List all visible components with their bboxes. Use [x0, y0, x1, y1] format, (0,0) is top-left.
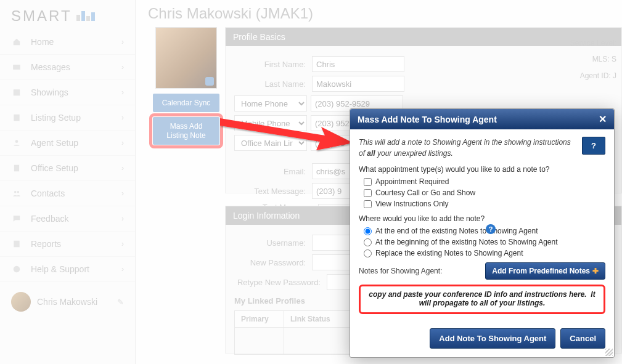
nav-item-office-setup[interactable]: Office Setup›	[0, 156, 135, 181]
edit-icon[interactable]: ✎	[117, 297, 124, 307]
view-instructions-checkbox[interactable]	[364, 200, 372, 208]
modal-title: Mass Add Note To Showing Agent	[358, 115, 599, 124]
caret-icon: ›	[121, 38, 124, 46]
home-phone-type-select[interactable]: Home Phone	[234, 95, 307, 111]
email-label: Email:	[234, 167, 312, 176]
office-phone-type-select[interactable]: Office Main Line	[234, 135, 307, 151]
mls-label: MLS:	[592, 55, 610, 63]
notes-for-agent-label: Notes for Showing Agent:	[359, 267, 442, 275]
svg-rect-7	[14, 241, 19, 248]
caret-icon: ›	[121, 265, 124, 273]
col-primary: Primary	[235, 311, 284, 328]
where-beginning-label: At the beginning of the existing Notes t…	[375, 238, 558, 246]
modal-body: ? This will add a note to Showing Agent …	[350, 129, 614, 323]
add-note-button[interactable]: Add Note To Showing Agent	[430, 328, 555, 349]
user-gear-icon	[11, 139, 22, 147]
listing-icon	[11, 113, 22, 122]
caret-icon: ›	[121, 240, 124, 248]
people-icon	[11, 189, 22, 198]
building-gear-icon	[11, 164, 22, 172]
where-add-question: Where would you like to add the note?	[359, 214, 605, 223]
nav-item-contacts[interactable]: Contacts›	[0, 181, 135, 206]
nav-item-help[interactable]: Help & Support›	[0, 257, 135, 282]
home-icon	[11, 38, 22, 46]
caret-icon: ›	[121, 113, 124, 122]
appt-required-checkbox[interactable]	[364, 178, 372, 186]
appt-required-label: Appointment Required	[375, 177, 449, 186]
current-user-row[interactable]: Chris Makowski ✎	[0, 286, 135, 318]
plus-icon: ✚	[592, 267, 599, 275]
nav-item-messages[interactable]: Messages›	[0, 55, 135, 80]
help-icon	[11, 265, 22, 273]
svg-point-3	[15, 140, 18, 143]
avatar	[11, 292, 31, 312]
appointment-types-question: What appointment type(s) would you like …	[359, 165, 605, 174]
mail-icon	[11, 63, 22, 71]
where-replace-radio[interactable]	[364, 249, 372, 257]
courtesy-call-label: Courtesy Call or Go and Show	[375, 188, 475, 197]
profile-picture[interactable]	[155, 27, 217, 89]
close-icon[interactable]: ✕	[599, 113, 607, 125]
profile-side-column: Calendar Sync Mass Add Listing Note	[149, 27, 223, 145]
agent-id-value: J	[613, 71, 616, 80]
calendar-icon	[11, 88, 22, 97]
logo-text: SMART	[11, 7, 72, 24]
nav-item-reports[interactable]: Reports›	[0, 232, 135, 257]
modal-footer: Add Note To Showing Agent Cancel	[350, 323, 614, 357]
feedback-icon	[11, 214, 22, 223]
where-beginning-radio[interactable]	[364, 238, 372, 246]
caret-icon: ›	[121, 88, 124, 97]
modal-header[interactable]: Mass Add Note To Showing Agent ✕	[350, 109, 614, 129]
first-name-label: First Name:	[234, 60, 312, 69]
username-label: Username:	[234, 238, 312, 248]
svg-point-5	[14, 191, 17, 193]
nav-label: Help & Support	[31, 264, 121, 274]
panel-header: Profile Basics	[226, 28, 621, 46]
nav-label: Listing Setup	[31, 113, 121, 123]
cancel-button[interactable]: Cancel	[560, 328, 605, 349]
first-name-input[interactable]	[312, 56, 404, 72]
page-title: Chris Makowski (JMAK1)	[136, 0, 622, 27]
svg-rect-0	[13, 65, 20, 70]
resize-grip-icon[interactable]	[605, 349, 613, 356]
sidebar: SMART Home› Messages› Showings› Listing …	[0, 0, 136, 364]
add-from-predefined-button[interactable]: Add From Predefined Notes✚	[485, 262, 605, 280]
nav-list: Home› Messages› Showings› Listing Setup›…	[0, 30, 135, 282]
hint-icon[interactable]: ?	[486, 224, 496, 234]
caret-icon: ›	[121, 139, 124, 147]
logo: SMART	[0, 0, 135, 30]
notes-textarea[interactable]: copy and paste your conference ID info a…	[359, 285, 605, 314]
modal-intro-text: This will add a note to Showing Agent in…	[359, 137, 605, 159]
nav-label: Home	[31, 37, 121, 47]
calendar-sync-button[interactable]: Calendar Sync	[153, 94, 219, 112]
text-message-label: Text Message:	[234, 187, 312, 196]
nav-item-listing-setup[interactable]: Listing Setup›	[0, 105, 135, 131]
nav-item-home[interactable]: Home›	[0, 30, 135, 55]
service-level-label: Service Level:	[570, 35, 616, 51]
where-end-radio[interactable]	[364, 227, 372, 235]
mass-add-note-modal: Mass Add Note To Showing Agent ✕ ? This …	[350, 108, 615, 358]
last-name-input[interactable]	[312, 76, 404, 92]
where-replace-label: Replace the existing Notes to Showing Ag…	[375, 249, 523, 257]
nav-item-showings[interactable]: Showings›	[0, 80, 135, 105]
where-end-label: At the end of the existing Notes to Show…	[375, 227, 538, 235]
svg-point-6	[17, 191, 20, 193]
nav-label: Agent Setup	[31, 138, 121, 148]
svg-point-8	[14, 266, 20, 273]
mass-add-listing-note-button[interactable]: Mass Add Listing Note	[153, 117, 219, 145]
profile-meta: Service Level: MLS: S Agent ID: J	[570, 35, 616, 84]
svg-rect-1	[14, 89, 20, 95]
nav-item-agent-setup[interactable]: Agent Setup›	[0, 131, 135, 156]
mls-value: S	[612, 55, 616, 63]
nav-label: Showings	[31, 87, 121, 97]
caret-icon: ›	[121, 164, 124, 172]
agent-id-label: Agent ID:	[580, 71, 611, 80]
nav-label: Contacts	[31, 188, 121, 198]
courtesy-call-checkbox[interactable]	[364, 189, 372, 197]
help-button[interactable]: ?	[582, 137, 605, 155]
caret-icon: ›	[121, 63, 124, 71]
mobile-phone-type-select[interactable]: Mobile Phone	[234, 115, 307, 131]
nav-item-feedback[interactable]: Feedback›	[0, 206, 135, 232]
nav-label: Messages	[31, 62, 121, 72]
nav-label: Office Setup	[31, 163, 121, 173]
